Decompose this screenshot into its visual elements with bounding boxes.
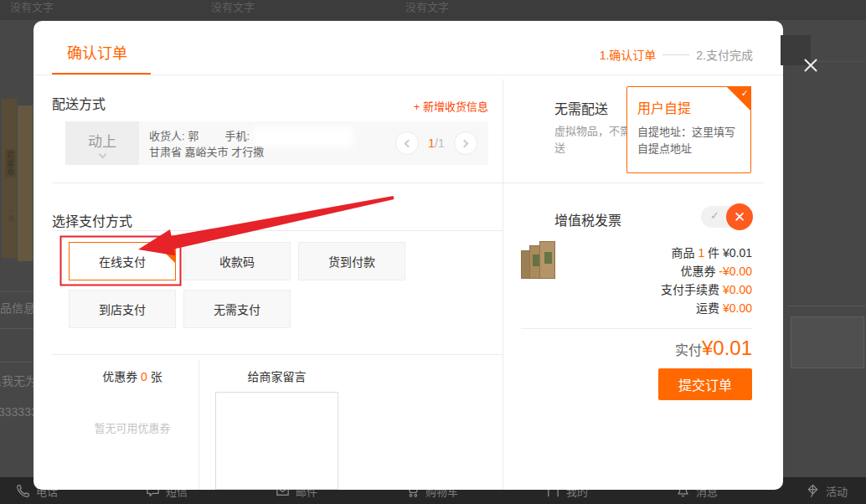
merchant-message-textarea[interactable] [215, 392, 338, 490]
screen: 没有文字 没有文字 没有文字 碧螺春 一级 商品信息 联系我无为 3333333… [0, 0, 866, 504]
background-tab: 没有文字 [10, 0, 54, 14]
address-pagination: 1/1 [420, 136, 452, 150]
step-confirm-order: 1.确认订单 [600, 46, 657, 63]
divider [0, 291, 34, 292]
carrier-name: 动上 [88, 130, 116, 151]
option-no-delivery[interactable]: 无需配送 [554, 98, 608, 118]
steps-indicator: 1.确认订单 2.支付完成 [600, 46, 753, 63]
vat-invoice-title: 增值税发票 [554, 209, 621, 229]
address-info: 收货人: 郭 手机: 甘肃省 嘉峪关市 才行撒 [149, 128, 348, 160]
divider [521, 328, 752, 329]
x-icon: ✕ [726, 203, 753, 230]
step-payment-done: 2.支付完成 [696, 46, 753, 63]
background-box [791, 316, 864, 368]
summary-line-goods: 商品 1 件 ¥0.01 [521, 244, 752, 262]
delivery-section-title: 配送方式 [52, 93, 106, 113]
tea-package-grade: 一级 [6, 208, 15, 221]
payment-method-label: 到店支付 [99, 301, 146, 317]
background-product-info-label: 商品信息 [0, 299, 35, 316]
confirm-order-modal: 确认订单 1.确认订单 2.支付完成 配送方式 + 新增收货信息 动上 收货人:… [34, 21, 783, 490]
close-button[interactable] [781, 35, 811, 65]
option-self-pickup[interactable]: 用户自提 自提地址：这里填写自提点地址 ✓ [626, 86, 751, 173]
background-contact-label: 联系我无为 [0, 372, 37, 388]
total-row: 实付¥0.01 [521, 337, 752, 360]
background-tab: 没有文字 [405, 0, 449, 14]
consignee-label: 收货人: 郭 [149, 130, 198, 142]
price-summary: 商品 1 件 ¥0.01 优惠券 -¥0.00 支付手续费 ¥0.00 运费 ¥… [521, 244, 752, 317]
background-topbar: 没有文字 没有文字 没有文字 [0, 0, 866, 20]
add-address-link[interactable]: + 新增收货信息 [369, 98, 488, 114]
payment-method-cod[interactable]: 货到付款 [298, 242, 405, 280]
address-line: 甘肃省 嘉峪关市 才行撒 [149, 144, 348, 160]
payment-method-label: 在线支付 [99, 253, 146, 270]
modal-title: 确认订单 [67, 41, 127, 63]
coupon-count: 0 [141, 370, 147, 383]
invoice-toggle[interactable]: ✓ ✕ [701, 206, 751, 228]
address-card[interactable]: 动上 收货人: 郭 手机: 甘肃省 嘉峪关市 才行撒 1/1 [65, 121, 488, 165]
payment-method-label: 无需支付 [214, 301, 260, 317]
chevron-left-icon [405, 139, 413, 147]
tea-package-image [18, 105, 33, 261]
next-address-button[interactable] [454, 131, 477, 155]
divider [812, 61, 866, 62]
submit-order-button[interactable]: 提交订单 [658, 368, 752, 400]
payment-method-none[interactable]: 无需支付 [183, 290, 291, 328]
payment-method-qr-code[interactable]: 收款码 [183, 242, 291, 280]
tea-package-name: 碧螺春 [5, 149, 16, 177]
chevron-right-icon [461, 139, 469, 147]
self-pickup-desc: 自提地址：这里填写自提点地址 [637, 124, 740, 157]
self-pickup-title: 用户自提 [637, 97, 740, 117]
total-value: ¥0.01 [702, 337, 752, 359]
payment-method-label: 货到付款 [328, 253, 375, 270]
divider [34, 75, 783, 75]
total-label: 实付 [675, 343, 702, 357]
merchant-message-title: 给商家留言 [215, 368, 338, 384]
background-tab: 没有文字 [211, 0, 255, 14]
divider [52, 230, 503, 231]
phone-number-redacted [258, 131, 348, 143]
tea-package-image: 碧螺春 一级 [2, 99, 17, 258]
divider [52, 183, 764, 183]
phone-label: 手机: [224, 130, 250, 142]
payment-method-in-store[interactable]: 到店支付 [69, 290, 176, 328]
payment-method-label: 收款码 [219, 253, 255, 270]
check-icon: ✓ [741, 88, 749, 99]
summary-line-shipping: 运费 ¥0.00 [521, 299, 752, 317]
step-connector [662, 54, 689, 55]
divider [787, 306, 866, 306]
phone-icon [15, 483, 31, 499]
coupon-empty-text: 暂无可用优惠券 [65, 419, 199, 435]
toolbar-item-label: 活动 [826, 483, 848, 499]
divider [0, 362, 34, 363]
payment-section-title: 选择支付方式 [52, 210, 132, 230]
check-icon: ✓ [166, 244, 173, 255]
divider [503, 80, 503, 490]
activity-icon [805, 483, 821, 499]
carrier-dropdown[interactable]: 动上 [65, 121, 139, 165]
payment-method-online[interactable]: 在线支付 ✓ [69, 242, 176, 280]
chevron-down-icon [98, 150, 106, 158]
divider [198, 360, 199, 490]
divider [52, 354, 503, 355]
toolbar-item-activity[interactable]: 活动 [805, 483, 848, 499]
divider [0, 328, 34, 329]
coupon-title: 优惠券 0 张 [65, 368, 199, 384]
check-icon: ✓ [710, 209, 719, 222]
summary-line-fee: 支付手续费 ¥0.00 [521, 280, 752, 299]
summary-line-coupon: 优惠券 -¥0.00 [521, 262, 752, 280]
prev-address-button[interactable] [395, 131, 419, 155]
